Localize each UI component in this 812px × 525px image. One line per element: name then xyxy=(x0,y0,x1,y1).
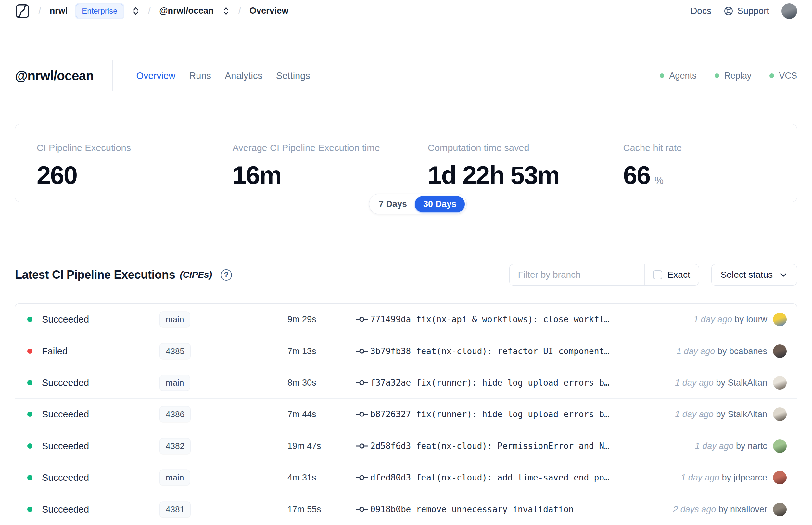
breadcrumb: / nrwl Enterprise / @nrwl/ocean / Overvi… xyxy=(15,3,288,18)
help-icon[interactable]: ? xyxy=(220,269,232,281)
top-nav: / nrwl Enterprise / @nrwl/ocean / Overvi… xyxy=(0,0,812,22)
stat-computation-time-saved: Computation time saved 1d 22h 53m xyxy=(406,124,601,202)
table-row[interactable]: Succeeded 4386 7m 44s b8726327 fix(runne… xyxy=(15,399,797,430)
status-dot xyxy=(27,507,32,512)
commit-message[interactable]: dfed80d3 feat(nx-cloud): add time-saved … xyxy=(370,473,609,482)
status-dot-icon xyxy=(715,73,719,78)
divider xyxy=(641,60,642,91)
status-label: Succeeded xyxy=(42,314,89,325)
status-label: Succeeded xyxy=(42,377,89,388)
commit-message[interactable]: 0918b0be remove unnecessary invalidation xyxy=(370,505,573,514)
row-meta: 1 day ago by jdpearce xyxy=(681,473,767,483)
breadcrumb-org[interactable]: nrwl xyxy=(50,6,68,16)
service-replay[interactable]: Replay xyxy=(715,71,751,81)
tab-settings[interactable]: Settings xyxy=(276,71,310,81)
commit-message[interactable]: b8726327 fix(runner): hide log upload er… xyxy=(370,409,609,419)
commit-message[interactable]: 2d58f6d3 feat(nx-cloud): PermissionError… xyxy=(370,441,609,451)
duration-value: 7m 13s xyxy=(288,346,316,356)
branch-badge[interactable]: main xyxy=(159,312,190,328)
tab-analytics[interactable]: Analytics xyxy=(225,71,262,81)
chevron-down-icon xyxy=(779,271,788,279)
commit-message[interactable]: 771499da fix(nx-api & workflows): close … xyxy=(370,314,609,324)
breadcrumb-workspace[interactable]: @nrwl/ocean xyxy=(159,6,213,16)
executions-section-bar: Latest CI Pipeline Executions (CIPEs) ? … xyxy=(15,264,797,286)
duration-value: 9m 29s xyxy=(288,314,316,325)
timestamp: 1 day ago xyxy=(695,441,734,451)
commit-message[interactable]: 3b79fb38 feat(nx-cloud): refactor UI com… xyxy=(370,346,609,356)
avatar[interactable] xyxy=(773,344,787,358)
author: by StalkAltan xyxy=(716,377,767,387)
tab-overview[interactable]: Overview xyxy=(136,71,175,81)
table-row[interactable]: Succeeded main 8m 30s f37a32ae fix(runne… xyxy=(15,367,797,399)
git-commit-icon xyxy=(356,474,368,481)
row-meta: 1 day ago by lourw xyxy=(693,314,767,325)
branch-badge[interactable]: 4385 xyxy=(159,343,191,359)
branch-badge[interactable]: 4382 xyxy=(159,438,191,454)
branch-badge[interactable]: 4381 xyxy=(159,501,191,517)
support-link[interactable]: Support xyxy=(724,6,769,16)
status-label: Succeeded xyxy=(42,504,89,515)
table-row[interactable]: Failed 4385 7m 13s 3b79fb38 feat(nx-clou… xyxy=(15,335,797,367)
service-agents[interactable]: Agents xyxy=(660,71,696,81)
duration-value: 8m 30s xyxy=(288,377,316,388)
status-label: Succeeded xyxy=(42,472,89,483)
service-status-group: Agents Replay VCS xyxy=(660,71,797,81)
section-title-suffix: (CIPEs) xyxy=(180,270,212,280)
branch-badge[interactable]: 4386 xyxy=(159,406,191,422)
page-title: @nrwl/ocean xyxy=(15,69,94,83)
table-row[interactable]: Succeeded main 4m 31s dfed80d3 feat(nx-c… xyxy=(15,462,797,494)
range-30-days[interactable]: 30 Days xyxy=(415,196,465,212)
commit-message[interactable]: f37a32ae fix(runner): hide log upload er… xyxy=(370,378,609,388)
author: by jdpearce xyxy=(722,473,767,482)
lifebuoy-icon xyxy=(724,6,733,16)
exact-label[interactable]: Exact xyxy=(668,270,690,280)
row-meta: 1 day ago by StalkAltan xyxy=(675,377,767,388)
org-switcher-icon[interactable] xyxy=(132,6,140,16)
branch-badge[interactable]: main xyxy=(159,470,190,486)
git-commit-icon xyxy=(356,506,368,513)
status-dot xyxy=(27,317,32,322)
avatar[interactable] xyxy=(773,407,787,421)
git-commit-icon xyxy=(356,442,368,450)
range-7-days[interactable]: 7 Days xyxy=(371,199,415,209)
user-avatar[interactable] xyxy=(781,3,797,19)
author: by lourw xyxy=(734,314,767,324)
branch-filter-input[interactable] xyxy=(510,265,644,285)
status-dot xyxy=(27,349,32,354)
status-dot xyxy=(27,444,32,449)
docs-link[interactable]: Docs xyxy=(691,6,711,16)
percent-suffix: % xyxy=(655,175,663,186)
git-commit-icon xyxy=(356,315,368,323)
status-dot xyxy=(27,475,32,480)
duration-value: 7m 44s xyxy=(288,409,316,419)
timestamp: 1 day ago xyxy=(675,377,714,387)
timestamp: 1 day ago xyxy=(681,473,719,482)
status-select-dropdown[interactable]: Select status xyxy=(711,264,797,286)
divider xyxy=(112,60,113,91)
table-row[interactable]: Succeeded 4382 19m 47s 2d58f6d3 feat(nx-… xyxy=(15,431,797,462)
table-row[interactable]: Succeeded 4381 17m 55s 0918b0be remove u… xyxy=(15,494,797,525)
git-commit-icon xyxy=(356,410,368,418)
duration-value: 4m 31s xyxy=(288,473,316,483)
table-row[interactable]: Succeeded main 9m 29s 771499da fix(nx-ap… xyxy=(15,304,797,335)
avatar[interactable] xyxy=(773,313,787,326)
status-dot-icon xyxy=(660,73,664,78)
avatar[interactable] xyxy=(773,471,787,484)
duration-value: 17m 55s xyxy=(288,504,321,514)
tab-runs[interactable]: Runs xyxy=(189,71,211,81)
nx-logo-icon[interactable] xyxy=(15,3,30,18)
avatar[interactable] xyxy=(773,439,787,453)
status-dot xyxy=(27,380,32,385)
service-vcs[interactable]: VCS xyxy=(769,71,797,81)
enterprise-badge: Enterprise xyxy=(76,4,123,18)
workspace-switcher-icon[interactable] xyxy=(222,6,230,16)
avatar[interactable] xyxy=(773,502,787,516)
branch-badge[interactable]: main xyxy=(159,375,190,390)
status-dot xyxy=(27,411,32,417)
stat-ci-pipeline-executions: CI Pipeline Executions 260 xyxy=(15,124,211,202)
breadcrumb-separator: / xyxy=(38,5,41,17)
avatar[interactable] xyxy=(773,376,787,390)
exact-checkbox[interactable] xyxy=(653,270,662,280)
stat-cards: CI Pipeline Executions 260 Average CI Pi… xyxy=(15,124,797,202)
row-meta: 1 day ago by nartc xyxy=(695,441,767,451)
